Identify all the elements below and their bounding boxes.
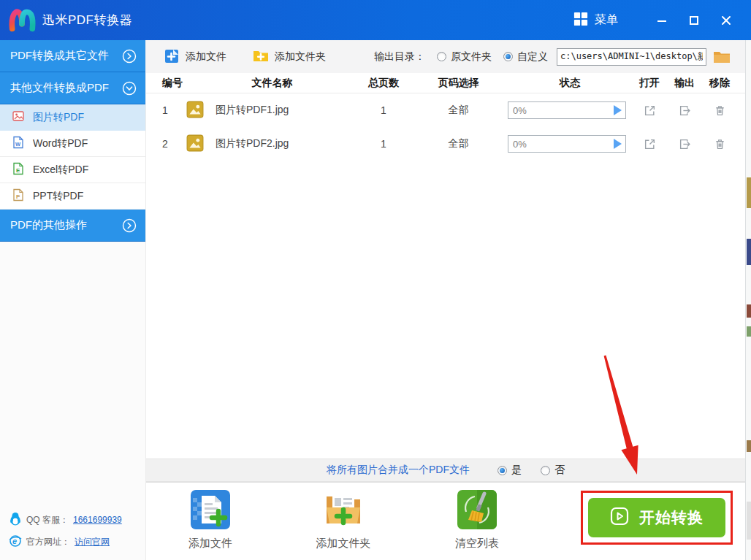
official-site-link[interactable]: 访问官网 [75, 536, 110, 548]
sidebar-section-pdf-other-ops[interactable]: PDF的其他操作 [0, 210, 145, 242]
radio-checked-icon [503, 52, 513, 61]
export-arrow-icon [679, 104, 691, 117]
close-button[interactable] [712, 9, 741, 32]
radio-custom-folder[interactable]: 自定义 [503, 50, 548, 64]
window-title: 迅米PDF转换器 [42, 12, 132, 28]
delete-row-button[interactable] [714, 138, 726, 150]
minimize-button[interactable] [647, 9, 676, 32]
table-row[interactable]: 1 图片转PDF1.jpg 1 全部 0% [146, 93, 745, 127]
main-panel: 添加文件 添加文件夹 输出目录： 原文件夹 自定义 [146, 40, 745, 560]
add-file-big-button[interactable]: 添加文件 [177, 490, 244, 551]
sidebar-item-ppt-to-pdf[interactable]: P PPT转PDF [0, 183, 145, 210]
folder-icon [713, 50, 731, 64]
ie-browser-icon: e [9, 534, 22, 550]
red-highlight-box: 开始转换 [581, 491, 733, 545]
sidebar-section-pdf-to-other[interactable]: PDF转换成其它文件 [0, 40, 145, 72]
col-header-number: 编号 [157, 77, 186, 90]
progress-value: 0% [508, 105, 527, 116]
radio-icon [437, 52, 446, 61]
open-output-button[interactable] [679, 104, 691, 117]
open-file-button[interactable] [644, 138, 656, 150]
progress-value: 0% [508, 139, 527, 150]
browse-folder-button[interactable] [713, 50, 731, 64]
row-page-range[interactable]: 全部 [409, 137, 508, 150]
col-header-pages: 总页数 [358, 77, 409, 90]
delete-row-button[interactable] [714, 104, 726, 117]
merge-yes-radio[interactable]: 是 [498, 464, 522, 477]
table-row[interactable]: 2 图片转PDF2.jpg 1 全部 0% [146, 127, 745, 161]
jpg-thumbnail-icon [186, 101, 204, 120]
chevron-right-circle-icon [122, 49, 137, 64]
start-convert-label: 开始转换 [639, 507, 704, 528]
section-label: 其他文件转换成PDF [10, 81, 109, 95]
sidebar-item-label: Excel转PDF [33, 164, 88, 177]
excel-file-icon: E [12, 162, 25, 177]
trash-icon [714, 104, 726, 117]
svg-text:W: W [15, 141, 21, 147]
add-folder-big-icon [324, 519, 363, 532]
desktop-fragment [747, 177, 751, 208]
row-filename: 图片转PDF2.jpg [216, 137, 289, 150]
col-header-filename: 文件名称 [186, 77, 358, 90]
section-label: PDF转换成其它文件 [10, 49, 109, 63]
row-play-button[interactable] [614, 105, 622, 115]
qq-support-row: QQ 客服： 1661699939 [9, 512, 145, 528]
sidebar-item-word-to-pdf[interactable]: W Word转PDF [0, 131, 145, 157]
action-bar: 添加文件 添加文件夹 [146, 482, 745, 560]
desktop-fragment [747, 440, 751, 452]
external-link-icon [644, 104, 656, 117]
open-file-button[interactable] [644, 104, 656, 117]
chevron-down-circle-icon [122, 81, 137, 96]
clear-list-big-button[interactable]: 清空列表 [443, 490, 511, 551]
add-folder-big-button[interactable]: 添加文件夹 [310, 490, 377, 551]
sidebar-section-other-to-pdf[interactable]: 其他文件转换成PDF [0, 72, 145, 104]
merge-label: 将所有图片合并成一个PDF文件 [327, 464, 470, 477]
file-list: 1 图片转PDF1.jpg 1 全部 0% [146, 93, 745, 459]
play-icon [610, 507, 629, 529]
clear-list-big-label: 清空列表 [443, 537, 511, 551]
radio-icon [541, 466, 550, 475]
add-folder-icon [253, 48, 269, 65]
menu-button[interactable]: 菜单 [566, 7, 625, 34]
qq-number-link[interactable]: 1661699939 [73, 515, 122, 525]
col-header-remove: 移除 [702, 77, 737, 90]
maximize-button[interactable] [679, 9, 709, 32]
clear-list-big-icon [457, 519, 497, 532]
website-row: e 官方网址： 访问官网 [9, 534, 145, 550]
app-window: 迅米PDF转换器 菜单 [0, 0, 751, 560]
word-file-icon: W [12, 136, 25, 151]
row-page-range[interactable]: 全部 [409, 104, 508, 117]
row-filename: 图片转PDF1.jpg [216, 104, 289, 117]
desktop-fragment [747, 304, 751, 318]
row-play-button[interactable] [614, 139, 622, 149]
merge-option-bar: 将所有图片合并成一个PDF文件 是 否 [146, 459, 745, 482]
add-folder-button[interactable]: 添加文件夹 [253, 48, 326, 65]
add-file-button[interactable]: 添加文件 [164, 48, 226, 66]
col-header-page-range: 页码选择 [409, 77, 508, 90]
open-output-button[interactable] [679, 138, 691, 150]
sidebar-item-image-to-pdf[interactable]: 图片转PDF [0, 104, 145, 131]
output-dir-label: 输出目录： [374, 50, 425, 64]
output-path-input[interactable] [557, 48, 706, 66]
toolbar: 添加文件 添加文件夹 输出目录： 原文件夹 自定义 [146, 40, 745, 73]
add-file-big-label: 添加文件 [177, 537, 244, 551]
app-logo-icon [7, 5, 37, 36]
svg-text:P: P [16, 193, 20, 200]
sidebar-item-excel-to-pdf[interactable]: E Excel转PDF [0, 157, 145, 183]
external-link-icon [644, 138, 656, 150]
progress-bar: 0% [508, 101, 626, 119]
col-header-output: 输出 [667, 77, 702, 90]
image-file-icon [12, 110, 25, 125]
close-icon [721, 15, 731, 26]
table-header: 编号 文件名称 总页数 页码选择 状态 打开 输出 移除 [146, 73, 745, 93]
minimize-icon [657, 15, 667, 26]
chevron-right-circle-icon [122, 218, 137, 233]
svg-text:E: E [16, 167, 20, 174]
section-label: PDF的其他操作 [10, 218, 87, 232]
menu-label: 菜单 [595, 12, 618, 28]
radio-original-folder[interactable]: 原文件夹 [437, 50, 492, 64]
radio-checked-icon [498, 466, 507, 475]
start-convert-button[interactable]: 开始转换 [588, 498, 725, 537]
merge-no-radio[interactable]: 否 [541, 464, 565, 477]
jpg-thumbnail-icon [186, 134, 204, 154]
